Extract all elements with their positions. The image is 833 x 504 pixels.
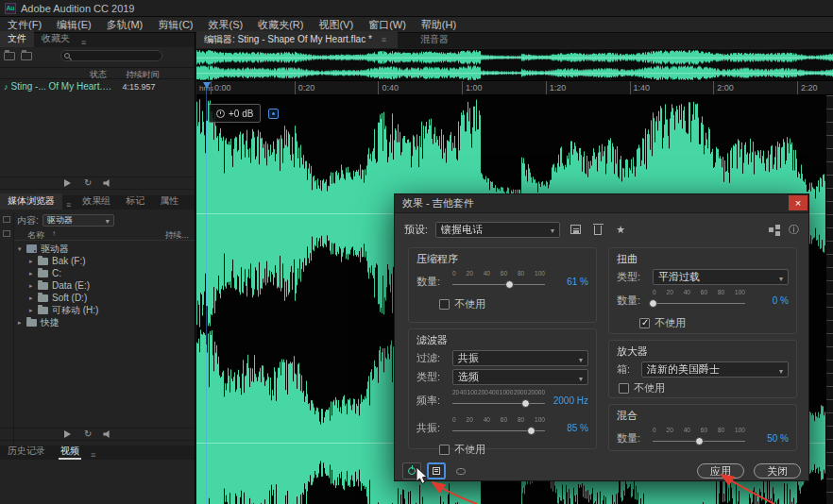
filter-bypass-checkbox[interactable]: 不使用 — [439, 443, 588, 457]
distortion-bypass-checkbox[interactable]: 不使用 — [639, 316, 789, 330]
chevron-closed-icon[interactable] — [29, 258, 38, 265]
play-icon[interactable] — [64, 430, 71, 438]
group-title: 压缩程序 — [416, 252, 588, 266]
tree-row-drives[interactable]: 驱动器 — [14, 243, 195, 255]
slider-thumb[interactable] — [505, 280, 514, 289]
slider-thumb[interactable] — [527, 427, 536, 435]
info-icon[interactable] — [789, 223, 799, 237]
panel-menu-icon[interactable] — [77, 38, 90, 47]
menu-item-clip[interactable]: 剪辑(C) — [150, 18, 200, 32]
import-file-icon[interactable] — [4, 52, 15, 60]
menu-item-file[interactable]: 文件(F) — [0, 18, 49, 32]
dialog-close-button[interactable]: × — [789, 195, 808, 210]
amplifier-bypass-checkbox[interactable]: 不使用 — [619, 381, 789, 395]
panel-menu-icon[interactable] — [87, 450, 99, 460]
tab-editor[interactable]: 编辑器: Sting - Shape Of My Heart.flac * — [196, 31, 398, 48]
ruler-tick: 0:40 — [378, 81, 399, 94]
panel-menu-icon[interactable] — [62, 200, 75, 210]
tree-row-removable[interactable]: 可移动 (H:) — [14, 304, 195, 316]
volume-hud-value[interactable]: +0 dB — [229, 109, 253, 119]
chevron-closed-icon[interactable] — [29, 307, 38, 314]
tree-row-soft[interactable]: Soft (D:) — [14, 292, 195, 304]
channel-routing-icon[interactable] — [769, 227, 774, 232]
filter-mode-dropdown[interactable]: 共振 — [452, 350, 588, 366]
filter-type-dropdown[interactable]: 选频 — [452, 369, 588, 385]
preset-dropdown[interactable]: 镶握电话 — [435, 222, 560, 238]
panel-menu-icon[interactable] — [378, 35, 390, 44]
tree-column-duration[interactable]: 持续... — [164, 229, 189, 242]
pin-hud-icon[interactable] — [268, 109, 279, 119]
distortion-type-dropdown[interactable]: 平滑过载 — [653, 269, 789, 285]
chevron-closed-icon[interactable] — [29, 282, 38, 290]
refresh-icon[interactable] — [3, 230, 10, 237]
resonance-slider[interactable]: 020406080100 — [452, 415, 545, 440]
distortion-amount-slider[interactable]: 020406080100 — [653, 288, 745, 312]
slider-track[interactable] — [452, 284, 545, 285]
play-icon[interactable] — [64, 179, 71, 187]
slider-thumb[interactable] — [649, 299, 657, 308]
new-folder-icon[interactable] — [21, 52, 32, 60]
tab-effects-rack[interactable]: 效果组 — [75, 193, 118, 210]
slider-track[interactable] — [452, 403, 545, 404]
bypass-toggle-button[interactable] — [451, 462, 470, 479]
slider-track[interactable] — [653, 303, 745, 304]
loop-icon[interactable] — [84, 429, 92, 439]
delete-preset-button[interactable] — [590, 224, 605, 235]
preview-toggle-button[interactable] — [427, 462, 446, 479]
compressor-bypass-checkbox[interactable]: 不使用 — [439, 297, 588, 311]
tree-row-shortcuts[interactable]: 快捷 — [14, 316, 195, 328]
tree-row-c[interactable]: C: — [14, 267, 195, 279]
overview-waveform[interactable] — [196, 49, 833, 81]
save-preset-button[interactable] — [568, 225, 583, 234]
amplifier-box-dropdown[interactable]: 清新的美国爵士 — [641, 361, 789, 378]
tree-row-bak[interactable]: Bak (F:) — [14, 255, 195, 267]
favorite-button[interactable] — [613, 224, 628, 236]
effect-power-toggle[interactable] — [402, 462, 421, 479]
chevron-closed-icon[interactable] — [29, 294, 38, 302]
frequency-slider[interactable]: 20401002004001000200020000 — [452, 388, 545, 412]
tree-row-data[interactable]: Data (E:) — [14, 279, 195, 292]
slider-track[interactable] — [452, 430, 545, 431]
tab-properties[interactable]: 属性 — [152, 193, 186, 210]
slider-track[interactable] — [653, 441, 745, 442]
menu-item-view[interactable]: 视图(V) — [311, 18, 361, 32]
tree-column-name[interactable]: 名称 — [27, 229, 44, 242]
content-source-dropdown[interactable]: 驱动器 — [42, 214, 114, 227]
guitar-suite-dialog: 效果 - 吉他套件 × 预设: 镶握电话 压缩程序 数量: 0204060801… — [394, 193, 809, 481]
mix-amount-value: 50 % — [745, 433, 789, 444]
tab-video[interactable]: 视频 — [53, 444, 87, 460]
file-row[interactable]: Sting -... Of My Heart.flac * 4:15.957 — [0, 80, 195, 92]
tree-label: Data (E:) — [52, 280, 90, 291]
playhead-caret[interactable] — [203, 82, 211, 89]
tab-history[interactable]: 历史记录 — [0, 444, 53, 460]
loop-icon[interactable] — [84, 178, 92, 188]
menu-item-edit[interactable]: 编辑(E) — [49, 18, 99, 32]
menu-item-favorites[interactable]: 收藏夹(R) — [250, 18, 311, 32]
apply-button[interactable]: 应用 — [697, 463, 744, 479]
dialog-title: 效果 - 吉他套件 — [402, 196, 474, 210]
compressor-amount-slider[interactable]: 020406080100 — [452, 269, 545, 294]
speaker-icon[interactable] — [103, 179, 112, 187]
chevron-closed-icon[interactable] — [18, 319, 26, 327]
menu-item-help[interactable]: 帮助(H) — [414, 18, 464, 32]
volume-hud[interactable]: +0 dB — [209, 104, 261, 123]
menu-item-window[interactable]: 窗口(W) — [361, 18, 414, 32]
filter-icon[interactable] — [3, 216, 10, 223]
menu-item-effects[interactable]: 效果(S) — [201, 18, 251, 32]
slider-thumb[interactable] — [695, 437, 704, 445]
dialog-title-bar[interactable]: 效果 - 吉他套件 — [395, 194, 808, 213]
speaker-icon[interactable] — [103, 430, 112, 438]
menu-item-multitrack[interactable]: 多轨(M) — [99, 18, 151, 32]
tab-mixer[interactable]: 混音器 — [413, 31, 456, 48]
tab-files[interactable]: 文件 — [0, 31, 34, 47]
timeline-ruler[interactable]: hms 0:000:200:401:001:201:402:002:20 — [196, 81, 833, 95]
slider-thumb[interactable] — [521, 399, 530, 408]
close-button[interactable]: 关闭 — [754, 463, 801, 479]
chevron-closed-icon[interactable] — [29, 270, 38, 277]
mix-amount-slider[interactable]: 020406080100 — [653, 426, 745, 450]
tab-markers[interactable]: 标记 — [118, 193, 152, 210]
chevron-open-icon[interactable] — [18, 245, 26, 253]
tab-media-browser[interactable]: 媒体浏览器 — [0, 193, 62, 210]
search-input[interactable] — [75, 51, 158, 60]
tab-favorites[interactable]: 收藏夹 — [34, 31, 77, 47]
